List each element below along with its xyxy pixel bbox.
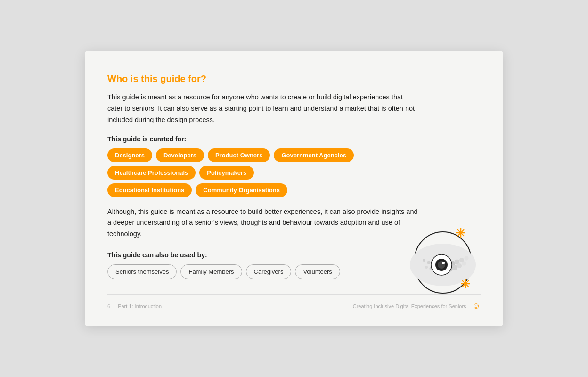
curated-tags-row-2: Educational Institutions Community Organ… bbox=[107, 183, 418, 197]
svg-point-21 bbox=[462, 262, 466, 266]
tag-healthcare-professionals: Healthcare Professionals bbox=[107, 166, 196, 180]
page-title: Who is this guide for? bbox=[107, 74, 418, 84]
svg-point-19 bbox=[452, 265, 457, 270]
also-by-section: This guide can also be used by: Seniors … bbox=[107, 251, 418, 279]
svg-point-2 bbox=[423, 259, 425, 262]
tag-government-agencies: Government Agencies bbox=[274, 148, 354, 162]
curated-label: This guide is curated for: bbox=[107, 135, 418, 143]
footer-section: Part 1: Introduction bbox=[118, 303, 162, 309]
content-area: Who is this guide for? This guide is mea… bbox=[107, 74, 418, 279]
tag-designers: Designers bbox=[107, 148, 152, 162]
tag-policymakers: Policymakers bbox=[199, 166, 254, 180]
svg-point-11 bbox=[465, 256, 469, 261]
tag-family-members: Family Members bbox=[180, 264, 242, 279]
logo-icon: ☺ bbox=[472, 301, 481, 311]
tag-developers: Developers bbox=[156, 148, 204, 162]
curated-section: This guide is curated for: Designers Dev… bbox=[107, 135, 418, 197]
tag-volunteers: Volunteers bbox=[295, 264, 340, 279]
tag-seniors-themselves: Seniors themselves bbox=[107, 264, 177, 279]
svg-point-25 bbox=[442, 262, 445, 264]
page-container: Who is this guide for? This guide is mea… bbox=[85, 51, 503, 327]
svg-point-13 bbox=[425, 266, 428, 269]
also-by-tags-row: Seniors themselves Family Members Caregi… bbox=[107, 264, 418, 279]
footer-right-text: Creating Inclusive Digital Experiences f… bbox=[353, 303, 466, 309]
tag-caregivers: Caregivers bbox=[246, 264, 292, 279]
intro-text: This guide is meant as a resource for an… bbox=[107, 92, 418, 126]
tag-educational-institutions: Educational Institutions bbox=[107, 183, 192, 197]
also-text: Although, this guide is meant as a resou… bbox=[107, 206, 418, 240]
svg-point-12 bbox=[469, 254, 473, 258]
svg-point-20 bbox=[457, 263, 462, 268]
footer-left: 6 Part 1: Introduction bbox=[107, 303, 162, 309]
illustration bbox=[396, 218, 481, 298]
page-number: 6 bbox=[107, 303, 110, 309]
svg-point-3 bbox=[427, 261, 431, 264]
footer-right: Creating Inclusive Digital Experiences f… bbox=[353, 301, 481, 311]
curated-tags-row: Designers Developers Product Owners Gove… bbox=[107, 148, 418, 180]
tag-product-owners: Product Owners bbox=[208, 148, 270, 162]
tag-community-organisations: Community Organisations bbox=[196, 183, 287, 197]
also-by-label: This guide can also be used by: bbox=[107, 251, 418, 259]
